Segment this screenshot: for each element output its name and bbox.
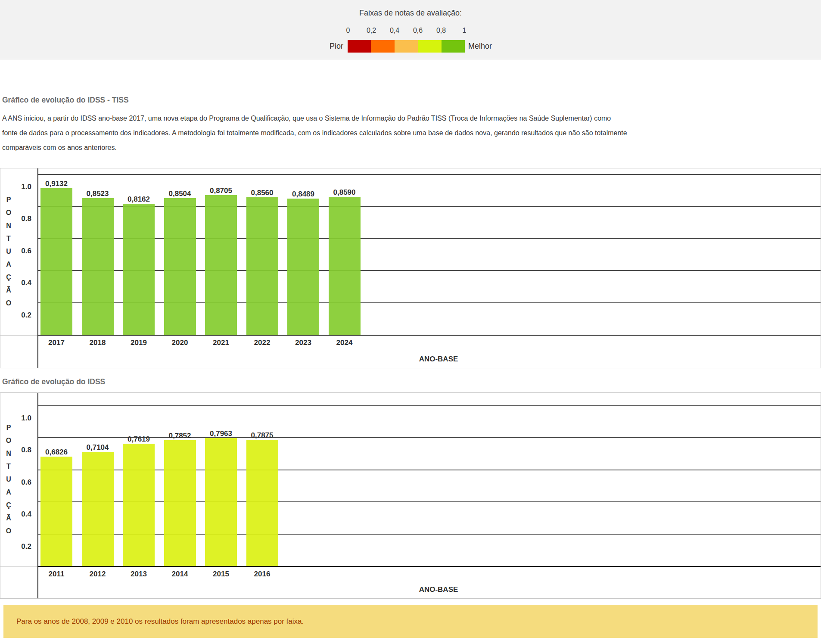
scale-segment	[442, 40, 465, 53]
gridline	[37, 470, 821, 470]
y-tick-label: 1.0	[11, 183, 31, 190]
gridline	[37, 302, 821, 303]
x-tick-label: 2011	[36, 570, 77, 579]
y-tick-label: 0.2	[11, 542, 31, 550]
rating-color-scale	[348, 40, 465, 53]
bar-value-label: 0,8504	[161, 190, 199, 198]
bar-value-label: 0,7852	[161, 432, 199, 440]
x-tick-label: 2020	[160, 339, 200, 347]
y-tick-label: 0.2	[11, 311, 31, 319]
gridline	[37, 174, 821, 175]
x-tick-label: 2013	[118, 570, 159, 579]
gridline	[37, 534, 821, 535]
bar-value-label: 0,7619	[119, 435, 158, 443]
bar	[205, 438, 237, 566]
better-label: Melhor	[468, 42, 492, 51]
x-tick-label: 2022	[242, 339, 283, 347]
idss-tiss-evolution-chart: 1.00.80.60.40.2P O N T U A Ç Ã O0,913220…	[0, 168, 821, 368]
x-tick-label: 2024	[324, 339, 365, 347]
bar	[40, 188, 72, 335]
tiss-description-line-3: comparáveis com os anos anteriores.	[2, 144, 820, 152]
bar	[205, 195, 237, 335]
tiss-description-line-1: A ANS iniciou, a partir do IDSS ano-base…	[2, 115, 820, 122]
scale-tick-02: 0,2	[367, 27, 376, 34]
x-axis-line	[37, 566, 821, 567]
bar	[82, 198, 114, 335]
bar	[329, 197, 361, 335]
gridline	[37, 238, 821, 239]
scale-tick-08: 0,8	[436, 27, 446, 34]
tiss-chart-title: Gráfico de evolução do IDSS - TISS	[2, 96, 129, 105]
gridline	[37, 501, 821, 502]
bar	[164, 440, 196, 566]
x-tick-label: 2021	[201, 339, 241, 347]
tiss-description-line-2: fonte de dados para o processamento dos …	[2, 129, 820, 137]
bar	[123, 204, 155, 335]
idss-chart-title: Gráfico de evolução do IDSS	[2, 377, 105, 386]
gridline	[37, 270, 821, 271]
axis-left-separator	[0, 566, 37, 567]
scale-segment	[371, 40, 394, 53]
bar	[40, 457, 72, 566]
scale-tick-1: 1	[463, 27, 466, 34]
idss-evolution-chart: 1.00.80.60.40.2P O N T U A Ç Ã O0,682620…	[0, 392, 821, 599]
bar-value-label: 0,8590	[325, 188, 364, 196]
x-tick-label: 2016	[242, 570, 283, 579]
bar-value-label: 0,7875	[243, 431, 282, 439]
x-axis-title: ANO-BASE	[395, 585, 482, 594]
gridline	[37, 206, 821, 207]
worse-label: Pior	[300, 42, 343, 51]
bar-value-label: 0,8705	[202, 187, 240, 195]
gridline	[37, 405, 821, 406]
bar-value-label: 0,7963	[202, 429, 240, 438]
y-tick-label: 1.0	[11, 414, 31, 422]
y-axis-line	[37, 168, 38, 368]
bar	[246, 197, 278, 335]
bar-value-label: 0,8560	[243, 189, 282, 197]
bar-value-label: 0,8489	[284, 190, 323, 198]
bar-value-label: 0,7104	[78, 443, 117, 451]
footnote-banner: Para os anos de 2008, 2009 e 2010 os res…	[3, 605, 818, 638]
scale-segment	[418, 40, 441, 53]
scale-tick-0: 0	[346, 27, 350, 34]
x-axis-title: ANO-BASE	[395, 355, 482, 364]
bar	[164, 198, 196, 335]
bar-value-label: 0,8162	[119, 195, 158, 203]
footnote-text: Para os anos de 2008, 2009 e 2010 os res…	[16, 617, 304, 626]
bar-value-label: 0,8523	[78, 190, 117, 198]
axis-left-separator	[0, 335, 37, 336]
x-axis-line	[37, 335, 821, 336]
scale-tick-04: 0,4	[390, 27, 399, 34]
bar	[123, 444, 155, 566]
x-tick-label: 2012	[78, 570, 118, 579]
scale-tick-06: 0,6	[413, 27, 423, 34]
bar	[287, 199, 319, 335]
scale-segment	[348, 40, 371, 53]
bar-value-label: 0,9132	[37, 180, 76, 188]
scale-segment	[395, 40, 418, 53]
x-tick-label: 2017	[36, 339, 77, 347]
y-axis-title: P O N T U A Ç Ã O	[3, 421, 14, 538]
x-tick-label: 2023	[283, 339, 323, 347]
bar-value-label: 0,6826	[37, 448, 76, 456]
y-axis-line	[37, 393, 38, 598]
y-axis-title: P O N T U A Ç Ã O	[3, 193, 14, 310]
x-tick-label: 2014	[160, 570, 200, 579]
evaluation-scale-title: Faixas de notas de avaliação:	[0, 9, 821, 18]
x-tick-label: 2019	[118, 339, 159, 347]
evaluation-scale-panel: Faixas de notas de avaliação: 0 0,2 0,4 …	[0, 0, 821, 59]
x-tick-label: 2015	[201, 570, 241, 579]
x-tick-label: 2018	[78, 339, 118, 347]
bar	[246, 440, 278, 566]
bar	[82, 452, 114, 566]
